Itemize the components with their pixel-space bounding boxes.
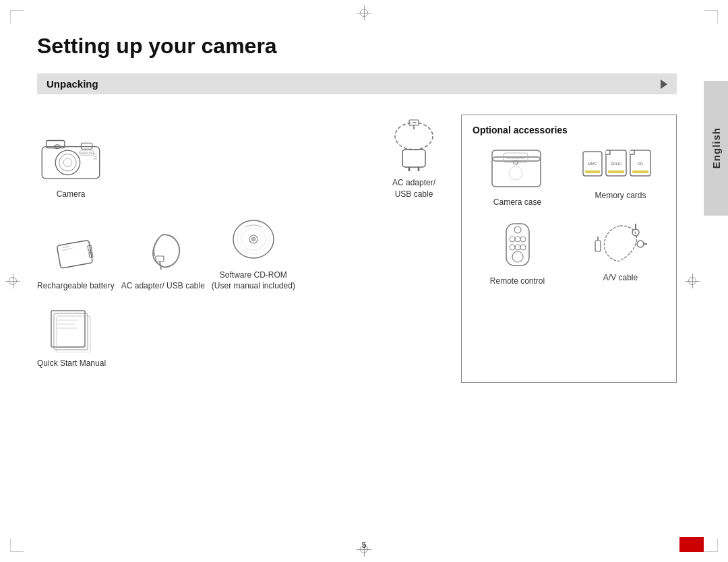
svg-point-57 [515, 245, 520, 250]
camera-icon: SAMSUNG [37, 133, 104, 183]
svg-point-41 [509, 166, 522, 180]
items-section: SAMSUNG Camera [37, 115, 448, 383]
accessory-remote: Remote control [473, 220, 562, 286]
cdrom-label: Software CD-ROM(User manual included) [212, 270, 295, 292]
svg-line-19 [63, 247, 69, 248]
arrow-right-icon [661, 80, 667, 89]
memory-cards-label: Memory cards [595, 191, 646, 200]
svg-point-52 [514, 226, 521, 233]
svg-rect-64 [595, 241, 601, 251]
svg-point-54 [515, 237, 520, 242]
remote-icon [494, 220, 541, 271]
items-row-2: Rechargeable battery [37, 214, 448, 292]
av-cable-icon [592, 220, 649, 268]
camera-case-label: Camera case [493, 197, 541, 207]
svg-point-53 [510, 237, 515, 242]
svg-rect-23 [156, 256, 164, 261]
svg-text:SAMSUNG: SAMSUNG [506, 156, 525, 160]
item-cdrom: Software CD-ROM(User manual included) [212, 214, 295, 292]
svg-rect-31 [54, 313, 88, 350]
language-label: English [710, 127, 722, 168]
svg-point-27 [251, 237, 255, 241]
svg-point-58 [520, 245, 526, 250]
svg-text:SDHC: SDHC [610, 162, 622, 166]
page-number: 5 [361, 540, 366, 550]
svg-rect-18 [57, 241, 93, 269]
svg-text:MMC: MMC [588, 162, 598, 166]
strap-icon [140, 228, 187, 275]
camera-label: Camera [57, 189, 86, 200]
manual-icon [44, 305, 98, 352]
unpacking-banner: Unpacking [37, 73, 677, 94]
main-content: Setting up your camera Unpacking [0, 0, 704, 562]
corner-mark-br [704, 538, 718, 552]
ac-adapter-icon [382, 115, 446, 172]
svg-rect-44 [585, 170, 600, 173]
content-area: SAMSUNG Camera [37, 115, 677, 383]
svg-rect-50 [632, 170, 648, 173]
svg-rect-5 [81, 143, 92, 149]
accessory-av-cable: A/V cable [576, 220, 665, 286]
svg-point-2 [59, 154, 76, 171]
av-cable-label: A/V cable [603, 273, 638, 282]
battery-icon [52, 235, 99, 275]
manual-label: Quick Start Manual [37, 358, 106, 369]
battery-label: Rechargeable battery [37, 280, 115, 292]
svg-point-59 [512, 251, 523, 262]
page-title: Setting up your camera [37, 34, 677, 59]
item-ac-adapter: AC adapter/USB cable [380, 115, 448, 200]
svg-point-56 [510, 245, 515, 250]
accessories-title: Optional accessories [473, 125, 665, 135]
ac-adapter-label: AC adapter/USB cable [392, 177, 435, 200]
language-tab: English [704, 81, 728, 216]
items-row-1: SAMSUNG Camera [37, 115, 448, 200]
accessories-grid: SAMSUNG Camera case [473, 145, 665, 286]
unpacking-label: Unpacking [47, 78, 98, 90]
accessories-box: Optional accessories SAMSUNG [461, 115, 677, 383]
accessory-memory-cards: MMC SDHC SD [576, 145, 665, 207]
items-row-3: Quick Start Manual [37, 305, 448, 369]
svg-line-20 [62, 249, 73, 251]
corner-mark-tr [704, 10, 718, 24]
svg-rect-13 [402, 150, 425, 167]
svg-line-24 [160, 261, 161, 270]
strap-label: AC adapter/ USB cable [121, 280, 205, 292]
item-strap: AC adapter/ USB cable [121, 228, 205, 292]
memory-cards-icon: MMC SDHC SD [582, 145, 659, 185]
svg-point-55 [520, 237, 526, 242]
svg-rect-47 [608, 170, 624, 173]
item-battery: Rechargeable battery [37, 235, 115, 292]
camera-case-icon: SAMSUNG [489, 145, 546, 192]
svg-point-62 [637, 241, 644, 247]
svg-point-3 [63, 158, 72, 167]
accessory-camera-case: SAMSUNG Camera case [473, 145, 562, 207]
cdrom-icon [226, 214, 280, 264]
svg-text:SAMSUNG: SAMSUNG [79, 152, 94, 156]
remote-label: Remote control [490, 276, 545, 286]
item-camera: SAMSUNG Camera [37, 133, 104, 200]
item-manual: Quick Start Manual [37, 305, 106, 369]
svg-text:SD: SD [638, 162, 644, 166]
